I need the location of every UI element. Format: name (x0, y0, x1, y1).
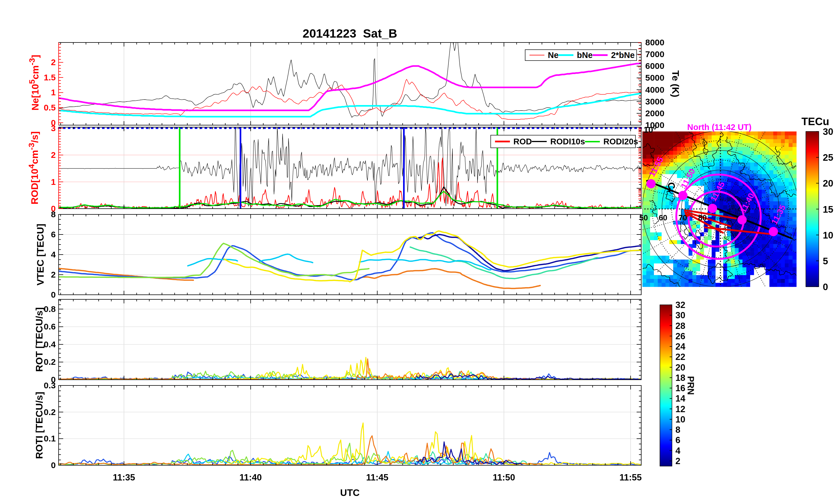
te-tick-label: 4000 (645, 86, 664, 94)
y-tick-label: 1 (51, 88, 56, 97)
y-tick-label: 0 (51, 461, 56, 469)
te-tick-label: 8000 (645, 38, 664, 47)
axis-label-ne: Ne[105cm-3] (28, 55, 40, 111)
prn-tick-label: 16 (675, 384, 685, 393)
y-tick-label: 0.4 (44, 340, 56, 349)
y-tick-label: 4 (51, 250, 56, 259)
x-tick-label: 11:35 (113, 473, 135, 482)
legend-swatch-2bne (593, 54, 608, 56)
y-tick-label: 2 (51, 151, 56, 159)
te-tick-label: 7000 (645, 50, 664, 59)
legend-item-bne: bNe (558, 51, 593, 60)
legend-swatch-rod (495, 141, 510, 142)
figure: 20141223 Sat_B Ne[105cm-3] Te (K) ROD[10… (0, 0, 834, 504)
prn-tick-label: 14 (675, 394, 685, 403)
prn-colorbar-label: PRN (686, 376, 695, 395)
te-tick-label: 1000 (645, 121, 664, 130)
prn-tick-label: 2 (675, 456, 680, 465)
legend-swatch-ne (529, 55, 544, 55)
x-tick-label: 11:50 (493, 473, 515, 482)
y-tick-label: 0.6 (44, 322, 56, 331)
y-tick-label: 0.3 (44, 381, 56, 390)
prn-tick-label: 32 (675, 300, 685, 310)
tecu-colorbar-title: TECu (802, 116, 829, 127)
chart-canvas (0, 0, 834, 504)
legend-label-ne: Ne (548, 51, 558, 60)
axis-label-te: Te (K) (671, 70, 681, 97)
prn-tick-label: 24 (675, 342, 685, 351)
axis-label-vtec: VTEC [TECU] (35, 224, 45, 285)
prn-tick-label: 30 (675, 311, 685, 320)
axis-label-roti: ROTI [TECU/s] (34, 392, 44, 459)
tecu-tick-label: 0 (823, 282, 828, 292)
axis-label-rot: ROT [TECU/s] (34, 307, 44, 372)
y-tick-label: 2 (51, 58, 56, 67)
y-tick-label: 6 (51, 230, 56, 239)
legend-item-2bne: 2*bNe (593, 51, 635, 60)
map-lat-label: 70 (678, 214, 687, 222)
legend-label-rodi20s: RODI20s (603, 137, 638, 146)
y-tick-label: 0.2 (44, 408, 56, 416)
prn-tick-label: 20 (675, 363, 685, 372)
legend-swatch-rodi20s (585, 141, 600, 142)
map-lat-label: 50 (639, 214, 648, 222)
axis-label-rod: ROD[104cm-3/s] (27, 132, 39, 205)
y-tick-label: 2 (51, 270, 56, 279)
y-tick-label: 0 (51, 291, 56, 299)
tecu-tick-label: 5 (823, 256, 828, 266)
te-tick-label: 3000 (645, 97, 664, 106)
prn-tick-label: 22 (675, 352, 685, 361)
legend-ne: Ne bNe 2*bNe (525, 49, 637, 61)
legend-item-ne: Ne (529, 51, 558, 60)
y-tick-label: 0.1 (44, 434, 56, 443)
y-tick-label: 0.5 (44, 103, 56, 112)
tecu-tick-label: 10 (823, 230, 833, 240)
legend-label-2bne: 2*bNe (611, 51, 635, 60)
tecu-tick-label: 30 (823, 127, 833, 136)
tecu-tick-label: 15 (823, 204, 833, 214)
tecu-tick-label: 25 (823, 153, 833, 162)
map-title: North (11:42 UT) (687, 123, 751, 132)
prn-tick-label: 12 (675, 405, 685, 413)
prn-tick-label: 4 (675, 446, 680, 455)
x-axis-label: UTC (340, 488, 360, 497)
legend-item-rodi10s: RODI10s (532, 137, 585, 146)
map-annotation-c: C, (666, 182, 677, 193)
y-tick-label: 8 (51, 210, 56, 219)
legend-swatch-rodi10s (532, 141, 547, 142)
legend-item-rod: ROD (495, 137, 532, 146)
prn-tick-label: 18 (675, 373, 685, 382)
prn-tick-label: 10 (675, 415, 685, 423)
prn-tick-label: 28 (675, 321, 685, 330)
y-tick-label: 0.8 (44, 305, 56, 314)
y-tick-label: 0.2 (44, 358, 56, 366)
page-title: 20141223 Sat_B (303, 27, 397, 40)
x-tick-label: 11:40 (240, 473, 262, 482)
map-lat-label: 80 (698, 214, 707, 222)
te-tick-label: 5000 (645, 73, 664, 82)
legend-item-rodi20s: RODI20s (585, 137, 638, 146)
map-lat-label: 60 (659, 214, 667, 222)
legend-rod: ROD RODI10s RODI20s (490, 135, 636, 148)
prn-tick-label: 26 (675, 331, 685, 340)
legend-label-bne: bNe (577, 51, 593, 60)
y-tick-label: 1.5 (44, 73, 56, 82)
tecu-tick-label: 20 (823, 179, 833, 188)
prn-tick-label: 6 (675, 436, 680, 444)
legend-swatch-bne (558, 54, 573, 56)
y-tick-label: 3 (51, 124, 56, 133)
legend-label-rodi10s: RODI10s (550, 137, 585, 146)
legend-label-rod: ROD (513, 137, 532, 146)
te-tick-label: 6000 (645, 62, 664, 70)
prn-tick-label: 8 (675, 426, 680, 434)
x-tick-label: 11:45 (366, 473, 389, 482)
x-tick-label: 11:55 (619, 473, 642, 482)
y-tick-label: 1 (51, 178, 56, 186)
te-tick-label: 2000 (645, 109, 664, 118)
